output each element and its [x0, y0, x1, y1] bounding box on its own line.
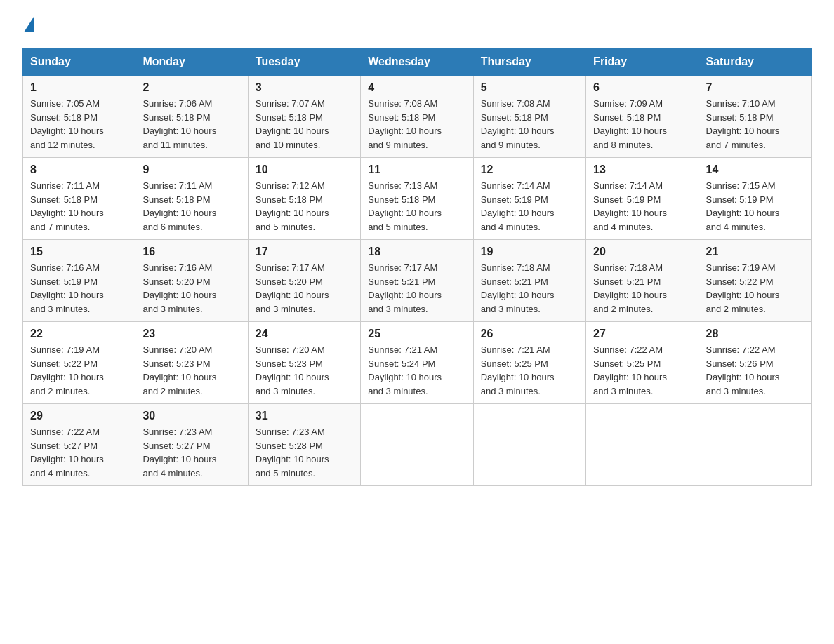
day-number: 30 — [143, 410, 240, 422]
calendar-cell: 26 Sunrise: 7:21 AMSunset: 5:25 PMDaylig… — [473, 322, 585, 404]
calendar-cell: 27 Sunrise: 7:22 AMSunset: 5:25 PMDaylig… — [586, 322, 699, 404]
day-info: Sunrise: 7:10 AMSunset: 5:18 PMDaylight:… — [706, 98, 780, 150]
day-info: Sunrise: 7:11 AMSunset: 5:18 PMDaylight:… — [143, 180, 216, 232]
calendar-cell: 14 Sunrise: 7:15 AMSunset: 5:19 PMDaylig… — [699, 158, 811, 240]
page-header — [22, 17, 812, 34]
logo — [22, 17, 34, 34]
day-number: 18 — [368, 246, 465, 258]
day-info: Sunrise: 7:20 AMSunset: 5:23 PMDaylight:… — [143, 344, 216, 396]
day-number: 27 — [593, 328, 691, 340]
calendar-header-friday: Friday — [586, 48, 699, 76]
day-info: Sunrise: 7:23 AMSunset: 5:28 PMDaylight:… — [256, 427, 329, 478]
day-number: 21 — [706, 246, 804, 258]
day-info: Sunrise: 7:17 AMSunset: 5:21 PMDaylight:… — [368, 262, 442, 314]
day-number: 6 — [593, 81, 691, 94]
day-info: Sunrise: 7:22 AMSunset: 5:26 PMDaylight:… — [706, 344, 780, 396]
calendar-cell: 30 Sunrise: 7:23 AMSunset: 5:27 PMDaylig… — [135, 404, 248, 486]
day-info: Sunrise: 7:14 AMSunset: 5:19 PMDaylight:… — [481, 180, 555, 232]
day-number: 17 — [256, 246, 353, 258]
day-number: 12 — [481, 163, 578, 176]
day-number: 28 — [706, 328, 804, 340]
day-info: Sunrise: 7:18 AMSunset: 5:21 PMDaylight:… — [593, 262, 667, 314]
day-info: Sunrise: 7:08 AMSunset: 5:18 PMDaylight:… — [481, 98, 555, 150]
calendar-header-tuesday: Tuesday — [248, 48, 360, 76]
day-number: 15 — [30, 246, 128, 258]
calendar-cell: 12 Sunrise: 7:14 AMSunset: 5:19 PMDaylig… — [473, 158, 585, 240]
calendar-week-row: 29 Sunrise: 7:22 AMSunset: 5:27 PMDaylig… — [23, 404, 812, 486]
calendar-cell: 8 Sunrise: 7:11 AMSunset: 5:18 PMDayligh… — [23, 158, 135, 240]
day-number: 26 — [481, 328, 578, 340]
day-info: Sunrise: 7:20 AMSunset: 5:23 PMDaylight:… — [256, 344, 329, 396]
calendar-cell: 22 Sunrise: 7:19 AMSunset: 5:22 PMDaylig… — [23, 322, 135, 404]
day-info: Sunrise: 7:08 AMSunset: 5:18 PMDaylight:… — [368, 98, 442, 150]
day-info: Sunrise: 7:09 AMSunset: 5:18 PMDaylight:… — [593, 98, 667, 150]
calendar-week-row: 22 Sunrise: 7:19 AMSunset: 5:22 PMDaylig… — [23, 322, 812, 404]
day-info: Sunrise: 7:11 AMSunset: 5:18 PMDaylight:… — [30, 180, 104, 232]
calendar-cell — [361, 404, 473, 486]
day-info: Sunrise: 7:12 AMSunset: 5:18 PMDaylight:… — [256, 180, 329, 232]
day-info: Sunrise: 7:16 AMSunset: 5:20 PMDaylight:… — [143, 262, 216, 314]
calendar-header-sunday: Sunday — [23, 48, 135, 76]
day-info: Sunrise: 7:14 AMSunset: 5:19 PMDaylight:… — [593, 180, 667, 232]
calendar-week-row: 8 Sunrise: 7:11 AMSunset: 5:18 PMDayligh… — [23, 158, 812, 240]
day-number: 3 — [256, 81, 353, 94]
calendar-cell: 11 Sunrise: 7:13 AMSunset: 5:18 PMDaylig… — [361, 158, 473, 240]
calendar-cell: 18 Sunrise: 7:17 AMSunset: 5:21 PMDaylig… — [361, 240, 473, 322]
calendar-table: SundayMondayTuesdayWednesdayThursdayFrid… — [22, 48, 812, 486]
calendar-cell: 10 Sunrise: 7:12 AMSunset: 5:18 PMDaylig… — [248, 158, 360, 240]
day-number: 2 — [143, 81, 240, 94]
calendar-cell: 3 Sunrise: 7:07 AMSunset: 5:18 PMDayligh… — [248, 76, 360, 158]
day-number: 25 — [368, 328, 465, 340]
calendar-cell: 16 Sunrise: 7:16 AMSunset: 5:20 PMDaylig… — [135, 240, 248, 322]
day-info: Sunrise: 7:05 AMSunset: 5:18 PMDaylight:… — [30, 98, 104, 150]
calendar-cell — [586, 404, 699, 486]
calendar-cell: 6 Sunrise: 7:09 AMSunset: 5:18 PMDayligh… — [586, 76, 699, 158]
calendar-week-row: 1 Sunrise: 7:05 AMSunset: 5:18 PMDayligh… — [23, 76, 812, 158]
calendar-cell: 7 Sunrise: 7:10 AMSunset: 5:18 PMDayligh… — [699, 76, 811, 158]
calendar-cell — [473, 404, 585, 486]
day-info: Sunrise: 7:23 AMSunset: 5:27 PMDaylight:… — [143, 427, 216, 478]
day-number: 31 — [256, 410, 353, 422]
calendar-header-thursday: Thursday — [473, 48, 585, 76]
day-number: 11 — [368, 163, 465, 176]
day-info: Sunrise: 7:22 AMSunset: 5:27 PMDaylight:… — [30, 427, 104, 478]
day-info: Sunrise: 7:17 AMSunset: 5:20 PMDaylight:… — [256, 262, 329, 314]
day-number: 7 — [706, 81, 804, 94]
calendar-cell: 29 Sunrise: 7:22 AMSunset: 5:27 PMDaylig… — [23, 404, 135, 486]
calendar-cell: 5 Sunrise: 7:08 AMSunset: 5:18 PMDayligh… — [473, 76, 585, 158]
logo-triangle-icon — [24, 17, 34, 32]
day-info: Sunrise: 7:15 AMSunset: 5:19 PMDaylight:… — [706, 180, 780, 232]
calendar-header-monday: Monday — [135, 48, 248, 76]
calendar-cell: 9 Sunrise: 7:11 AMSunset: 5:18 PMDayligh… — [135, 158, 248, 240]
day-number: 23 — [143, 328, 240, 340]
day-number: 10 — [256, 163, 353, 176]
calendar-header-saturday: Saturday — [699, 48, 811, 76]
calendar-cell: 13 Sunrise: 7:14 AMSunset: 5:19 PMDaylig… — [586, 158, 699, 240]
calendar-header-wednesday: Wednesday — [361, 48, 473, 76]
day-info: Sunrise: 7:07 AMSunset: 5:18 PMDaylight:… — [256, 98, 329, 150]
calendar-cell: 4 Sunrise: 7:08 AMSunset: 5:18 PMDayligh… — [361, 76, 473, 158]
day-info: Sunrise: 7:16 AMSunset: 5:19 PMDaylight:… — [30, 262, 104, 314]
calendar-cell — [699, 404, 811, 486]
calendar-cell: 20 Sunrise: 7:18 AMSunset: 5:21 PMDaylig… — [586, 240, 699, 322]
day-number: 13 — [593, 163, 691, 176]
day-number: 1 — [30, 81, 128, 94]
day-info: Sunrise: 7:22 AMSunset: 5:25 PMDaylight:… — [593, 344, 667, 396]
calendar-cell: 2 Sunrise: 7:06 AMSunset: 5:18 PMDayligh… — [135, 76, 248, 158]
calendar-cell: 24 Sunrise: 7:20 AMSunset: 5:23 PMDaylig… — [248, 322, 360, 404]
day-info: Sunrise: 7:13 AMSunset: 5:18 PMDaylight:… — [368, 180, 442, 232]
day-info: Sunrise: 7:21 AMSunset: 5:24 PMDaylight:… — [368, 344, 442, 396]
day-info: Sunrise: 7:21 AMSunset: 5:25 PMDaylight:… — [481, 344, 555, 396]
calendar-cell: 23 Sunrise: 7:20 AMSunset: 5:23 PMDaylig… — [135, 322, 248, 404]
calendar-header-row: SundayMondayTuesdayWednesdayThursdayFrid… — [23, 48, 812, 76]
calendar-cell: 19 Sunrise: 7:18 AMSunset: 5:21 PMDaylig… — [473, 240, 585, 322]
calendar-cell: 21 Sunrise: 7:19 AMSunset: 5:22 PMDaylig… — [699, 240, 811, 322]
day-number: 22 — [30, 328, 128, 340]
day-number: 4 — [368, 81, 465, 94]
day-number: 24 — [256, 328, 353, 340]
day-number: 5 — [481, 81, 578, 94]
calendar-week-row: 15 Sunrise: 7:16 AMSunset: 5:19 PMDaylig… — [23, 240, 812, 322]
day-number: 19 — [481, 246, 578, 258]
day-number: 9 — [143, 163, 240, 176]
day-info: Sunrise: 7:18 AMSunset: 5:21 PMDaylight:… — [481, 262, 555, 314]
